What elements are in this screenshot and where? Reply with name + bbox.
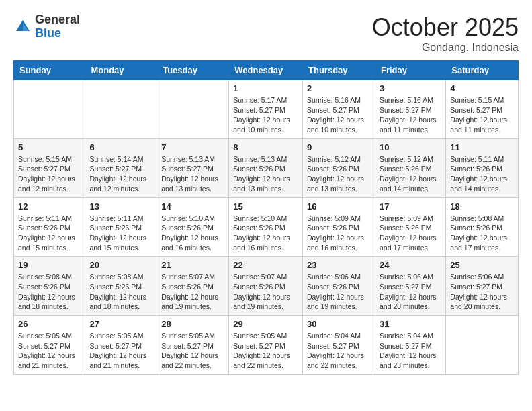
weekday-header-row: SundayMondayTuesdayWednesdayThursdayFrid…: [14, 61, 519, 80]
calendar-cell: 3Sunrise: 5:16 AM Sunset: 5:27 PM Daylig…: [375, 80, 445, 139]
calendar-cell: 22Sunrise: 5:07 AM Sunset: 5:26 PM Dayli…: [229, 257, 303, 316]
page-header: General Blue October 2025 Gondang, Indon…: [13, 13, 519, 54]
day-number: 14: [161, 201, 224, 212]
day-number: 10: [380, 142, 441, 152]
day-info: Sunrise: 5:07 AM Sunset: 5:26 PM Dayligh…: [161, 272, 224, 312]
calendar-cell: 18Sunrise: 5:08 AM Sunset: 5:26 PM Dayli…: [446, 197, 519, 257]
day-info: Sunrise: 5:06 AM Sunset: 5:26 PM Dayligh…: [307, 272, 371, 312]
calendar-cell: 7Sunrise: 5:13 AM Sunset: 5:27 PM Daylig…: [157, 138, 229, 197]
day-info: Sunrise: 5:04 AM Sunset: 5:27 PM Dayligh…: [380, 331, 441, 371]
calendar-cell: 29Sunrise: 5:05 AM Sunset: 5:27 PM Dayli…: [229, 316, 303, 375]
day-info: Sunrise: 5:05 AM Sunset: 5:27 PM Dayligh…: [18, 331, 81, 371]
calendar-cell: 2Sunrise: 5:16 AM Sunset: 5:27 PM Daylig…: [303, 80, 375, 139]
day-number: 12: [18, 201, 81, 212]
day-info: Sunrise: 5:16 AM Sunset: 5:27 PM Dayligh…: [380, 95, 441, 135]
calendar-cell: 15Sunrise: 5:10 AM Sunset: 5:26 PM Dayli…: [229, 197, 303, 257]
calendar-cell: 11Sunrise: 5:11 AM Sunset: 5:26 PM Dayli…: [446, 138, 519, 197]
calendar-cell: 16Sunrise: 5:09 AM Sunset: 5:26 PM Dayli…: [303, 197, 375, 257]
day-info: Sunrise: 5:08 AM Sunset: 5:26 PM Dayligh…: [18, 272, 81, 312]
day-info: Sunrise: 5:05 AM Sunset: 5:27 PM Dayligh…: [161, 331, 224, 371]
calendar-cell: 26Sunrise: 5:05 AM Sunset: 5:27 PM Dayli…: [14, 316, 85, 375]
day-number: 31: [380, 319, 441, 329]
calendar-cell: 9Sunrise: 5:12 AM Sunset: 5:26 PM Daylig…: [303, 138, 375, 197]
calendar-cell: 8Sunrise: 5:13 AM Sunset: 5:26 PM Daylig…: [229, 138, 303, 197]
month-title: October 2025: [372, 13, 519, 42]
location: Gondang, Indonesia: [372, 42, 519, 54]
logo-icon: [13, 17, 32, 36]
calendar-cell: 27Sunrise: 5:05 AM Sunset: 5:27 PM Dayli…: [85, 316, 157, 375]
day-number: 22: [233, 260, 298, 270]
day-number: 25: [450, 260, 514, 270]
day-number: 19: [18, 260, 81, 270]
calendar-cell: 25Sunrise: 5:06 AM Sunset: 5:27 PM Dayli…: [446, 257, 519, 316]
day-info: Sunrise: 5:05 AM Sunset: 5:27 PM Dayligh…: [89, 331, 152, 371]
day-number: 9: [307, 142, 371, 152]
day-number: 16: [307, 201, 371, 212]
day-info: Sunrise: 5:11 AM Sunset: 5:26 PM Dayligh…: [18, 214, 81, 253]
calendar-cell: 6Sunrise: 5:14 AM Sunset: 5:27 PM Daylig…: [85, 138, 157, 197]
calendar-cell: [446, 316, 519, 375]
day-number: 13: [89, 201, 152, 212]
day-number: 6: [89, 142, 152, 152]
day-number: 23: [307, 260, 371, 270]
day-number: 21: [161, 260, 224, 270]
calendar-cell: 10Sunrise: 5:12 AM Sunset: 5:26 PM Dayli…: [375, 138, 445, 197]
calendar-cell: 17Sunrise: 5:09 AM Sunset: 5:26 PM Dayli…: [375, 197, 445, 257]
calendar-cell: 20Sunrise: 5:08 AM Sunset: 5:26 PM Dayli…: [85, 257, 157, 316]
day-info: Sunrise: 5:11 AM Sunset: 5:26 PM Dayligh…: [450, 154, 514, 194]
day-info: Sunrise: 5:13 AM Sunset: 5:26 PM Dayligh…: [233, 154, 298, 194]
day-info: Sunrise: 5:13 AM Sunset: 5:27 PM Dayligh…: [161, 154, 224, 194]
weekday-monday: Monday: [85, 61, 157, 80]
calendar-week-1: 1Sunrise: 5:17 AM Sunset: 5:27 PM Daylig…: [14, 80, 519, 139]
logo-general: General: [35, 13, 80, 27]
day-number: 3: [380, 83, 441, 93]
weekday-thursday: Thursday: [303, 61, 375, 80]
weekday-tuesday: Tuesday: [157, 61, 229, 80]
day-info: Sunrise: 5:06 AM Sunset: 5:27 PM Dayligh…: [450, 272, 514, 312]
calendar-cell: 5Sunrise: 5:15 AM Sunset: 5:27 PM Daylig…: [14, 138, 85, 197]
day-number: 1: [233, 83, 298, 93]
logo-blue: Blue: [35, 27, 80, 40]
calendar-cell: [157, 80, 229, 139]
day-info: Sunrise: 5:16 AM Sunset: 5:27 PM Dayligh…: [307, 95, 371, 135]
day-number: 7: [161, 142, 224, 152]
calendar-week-2: 5Sunrise: 5:15 AM Sunset: 5:27 PM Daylig…: [14, 138, 519, 197]
day-info: Sunrise: 5:10 AM Sunset: 5:26 PM Dayligh…: [161, 214, 224, 253]
calendar-cell: 30Sunrise: 5:04 AM Sunset: 5:27 PM Dayli…: [303, 316, 375, 375]
day-number: 17: [380, 201, 441, 212]
day-number: 24: [380, 260, 441, 270]
logo: General Blue: [13, 13, 80, 40]
day-number: 26: [18, 319, 81, 329]
calendar-cell: 1Sunrise: 5:17 AM Sunset: 5:27 PM Daylig…: [229, 80, 303, 139]
calendar-week-3: 12Sunrise: 5:11 AM Sunset: 5:26 PM Dayli…: [14, 197, 519, 257]
day-number: 28: [161, 319, 224, 329]
day-number: 8: [233, 142, 298, 152]
day-number: 5: [18, 142, 81, 152]
day-info: Sunrise: 5:09 AM Sunset: 5:26 PM Dayligh…: [380, 214, 441, 253]
calendar-cell: 21Sunrise: 5:07 AM Sunset: 5:26 PM Dayli…: [157, 257, 229, 316]
day-number: 18: [450, 201, 514, 212]
calendar-table: SundayMondayTuesdayWednesdayThursdayFrid…: [13, 60, 519, 375]
day-info: Sunrise: 5:05 AM Sunset: 5:27 PM Dayligh…: [233, 331, 298, 371]
day-info: Sunrise: 5:07 AM Sunset: 5:26 PM Dayligh…: [233, 272, 298, 312]
day-info: Sunrise: 5:09 AM Sunset: 5:26 PM Dayligh…: [307, 214, 371, 253]
day-info: Sunrise: 5:17 AM Sunset: 5:27 PM Dayligh…: [233, 95, 298, 135]
calendar-cell: 24Sunrise: 5:06 AM Sunset: 5:27 PM Dayli…: [375, 257, 445, 316]
day-number: 15: [233, 201, 298, 212]
day-number: 4: [450, 83, 514, 93]
calendar-body: 1Sunrise: 5:17 AM Sunset: 5:27 PM Daylig…: [14, 80, 519, 375]
day-number: 20: [89, 260, 152, 270]
day-number: 2: [307, 83, 371, 93]
day-info: Sunrise: 5:12 AM Sunset: 5:26 PM Dayligh…: [307, 154, 371, 194]
day-number: 27: [89, 319, 152, 329]
day-info: Sunrise: 5:08 AM Sunset: 5:26 PM Dayligh…: [450, 214, 514, 253]
day-info: Sunrise: 5:11 AM Sunset: 5:26 PM Dayligh…: [89, 214, 152, 253]
title-block: October 2025 Gondang, Indonesia: [372, 13, 519, 54]
calendar-cell: 12Sunrise: 5:11 AM Sunset: 5:26 PM Dayli…: [14, 197, 85, 257]
calendar-cell: [85, 80, 157, 139]
calendar-cell: [14, 80, 85, 139]
weekday-wednesday: Wednesday: [229, 61, 303, 80]
day-info: Sunrise: 5:14 AM Sunset: 5:27 PM Dayligh…: [89, 154, 152, 194]
calendar-cell: 23Sunrise: 5:06 AM Sunset: 5:26 PM Dayli…: [303, 257, 375, 316]
calendar-cell: 31Sunrise: 5:04 AM Sunset: 5:27 PM Dayli…: [375, 316, 445, 375]
